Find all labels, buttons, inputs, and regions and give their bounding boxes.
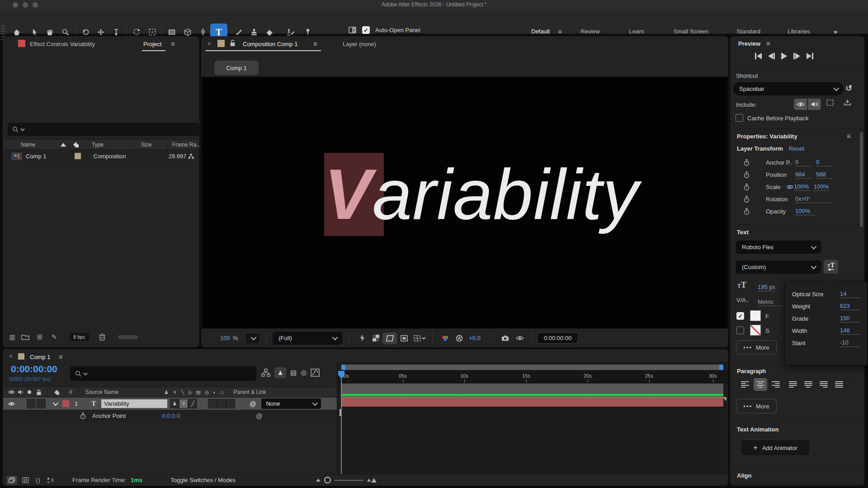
workspace-libraries[interactable]: Libraries [788,28,810,35]
weight-value[interactable]: 623 [840,303,860,310]
threed-column-icon[interactable]: ◇ [220,389,224,395]
navigator-start-handle[interactable] [341,365,345,370]
column-index[interactable]: # [69,389,72,395]
interpret-footage-icon[interactable]: ▥ [6,333,18,341]
workspace-overflow-icon[interactable]: » [834,28,837,35]
export-frame-icon[interactable] [841,99,853,106]
include-audio-speaker-button[interactable] [808,99,821,110]
frame-blend-column-icon[interactable]: ╲ [181,389,184,395]
layer-duration-bar[interactable] [341,397,723,407]
bit-depth-button[interactable]: 8 bpc [70,333,89,341]
comp-breadcrumb-chip[interactable]: Comp 1 [214,61,259,75]
position-y-value[interactable]: 568 [816,171,832,179]
workspace-menu-icon[interactable]: ≡ [558,28,561,35]
viewer-timecode[interactable]: 0:00:00:00 [537,332,578,344]
transparency-grid-icon[interactable] [369,335,382,341]
motion-blur-column-icon[interactable]: ◎ [205,389,209,395]
opacity-value[interactable]: 100% [795,208,815,215]
last-frame-button[interactable] [807,53,813,59]
expressions-icon[interactable]: { } [33,477,43,483]
fast-previews-icon[interactable] [355,335,369,341]
in-out-columns-icon[interactable] [20,477,31,483]
timeline-zoom-track[interactable] [335,480,363,481]
stroke-checkbox[interactable] [736,327,744,334]
workspace-learn[interactable]: Learn [629,28,644,35]
properties-menu-icon[interactable]: ≡ [847,132,850,140]
toggle-switches-modes-button[interactable]: Toggle Switches / Modes [170,477,236,483]
tab-project[interactable]: Project [143,41,161,47]
exposure-value[interactable]: +0.0 [469,335,481,341]
zoom-out-mountain-icon[interactable] [316,479,321,482]
canvas-text[interactable]: Variability [324,158,639,230]
frame-blending-icon[interactable]: ◎ [301,369,307,377]
rotation-value[interactable]: 0x+0° [795,195,832,203]
text-more-button[interactable]: ••• More [736,340,777,355]
column-source-name[interactable]: Source Name [85,389,118,395]
region-of-interest-icon[interactable] [397,335,411,341]
zoom-in-mountain-icon[interactable] [367,478,377,483]
playhead-line[interactable] [341,371,342,474]
width-value[interactable]: 148 [840,327,860,335]
new-composition-icon[interactable]: ⊞ [33,333,47,341]
stopwatch-icon[interactable] [744,196,750,203]
resolution-dropdown[interactable]: (Full) [273,332,342,345]
snapshot-camera-icon[interactable] [499,335,512,341]
reset-link[interactable]: Reset [789,145,804,152]
link-scale-icon[interactable] [787,185,793,189]
label-column-tag-icon[interactable] [52,389,61,396]
font-family-dropdown[interactable]: Roboto Flex [736,241,821,254]
parent-dropdown[interactable]: None [261,398,321,409]
column-name[interactable]: Name [21,142,35,148]
mini-flowchart-icon[interactable] [261,369,270,377]
include-video-eye-button[interactable] [794,99,807,110]
layer-collapse-switch[interactable]: ☀ [179,399,188,408]
layer-row[interactable]: 1 T Variability ♟ ☀ ╱ @ None [3,398,337,410]
preview-menu-icon[interactable]: ≡ [766,39,770,47]
stopwatch-icon[interactable] [744,159,750,166]
column-frame-rate[interactable]: Frame Ra... [172,142,201,148]
justify-last-center-button[interactable] [802,378,815,391]
kerning-value[interactable]: Metric [758,298,783,306]
anchor-point-value[interactable]: 0.0,0.0 [162,412,180,419]
justify-all-button[interactable] [832,378,846,391]
label-column-tag-icon[interactable] [72,141,80,148]
video-eye-column-icon[interactable] [7,390,16,394]
work-area-bar[interactable] [341,384,723,394]
grid-guides-icon[interactable] [411,335,427,341]
layer-audio-box[interactable] [27,399,36,408]
project-search-box[interactable] [8,123,199,136]
comp-marker-icon[interactable] [722,397,726,401]
font-style-dropdown[interactable]: (Custom) [736,261,821,274]
paragraph-more-button[interactable]: ••• More [736,399,777,413]
layer-adjustment-switch[interactable] [217,399,226,408]
column-size[interactable]: Size [141,142,151,148]
anchor-y-value[interactable]: 0 [816,159,832,166]
layer-motion-blur-switch[interactable] [208,399,217,408]
item-label-color[interactable] [75,153,81,159]
adjustment-column-icon[interactable]: ◐ [213,389,216,395]
grade-value[interactable]: 150 [840,315,860,322]
collapse-column-icon[interactable]: ☀ [173,389,177,395]
tab-composition[interactable]: Composition Comp 1 [243,41,297,47]
timeline-zoom-knob[interactable] [324,477,331,483]
delete-trash-icon[interactable] [99,333,105,341]
timeline-tab[interactable]: Comp 1 [30,354,51,360]
audio-preview-icon[interactable] [44,477,55,483]
show-snapshot-eye-icon[interactable] [512,336,528,341]
column-parent-link[interactable]: Parent & Link [234,389,266,395]
tab-layer[interactable]: Layer (none) [343,41,376,47]
fill-checkbox[interactable]: ✓ [736,312,744,320]
tab-effect-controls[interactable]: Effect Controls Variability [30,41,95,47]
timeline-navigator-bar[interactable] [341,365,723,370]
stopwatch-icon[interactable] [80,412,86,419]
first-frame-button[interactable] [755,53,762,59]
auto-open-checkbox[interactable]: ✓ [362,26,370,34]
timeline-tab-menu-icon[interactable]: ≡ [59,353,62,360]
comp-label-color[interactable] [217,40,225,47]
exposure-shutter-icon[interactable] [453,335,466,342]
align-right-button[interactable] [769,378,783,391]
play-button[interactable] [781,52,787,60]
anchor-point-property-row[interactable]: Anchor Point 0.0,0.0 @ [3,410,337,422]
cache-before-playback-checkbox[interactable] [736,114,743,122]
layer-lock-box[interactable] [37,399,46,408]
